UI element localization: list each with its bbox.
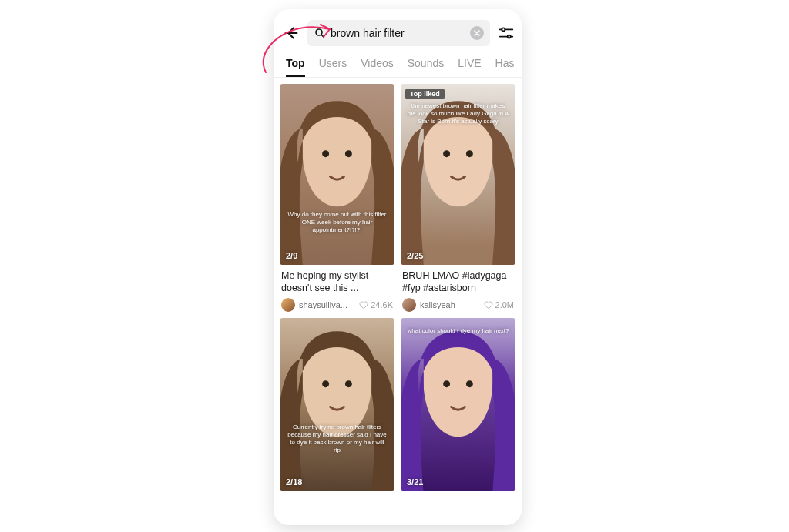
search-icon — [314, 27, 326, 39]
username: shaysulliva... — [299, 300, 347, 309]
tab-sounds[interactable]: Sounds — [408, 54, 444, 77]
video-date: 3/21 — [407, 477, 423, 487]
tab-has[interactable]: Has — [495, 54, 515, 77]
video-caption-overlay: Why do they come out with this filter ON… — [286, 211, 388, 234]
tab-top[interactable]: Top — [286, 54, 305, 77]
result-card: what color should I dye my hair next?3/2… — [401, 318, 515, 491]
video-meta-row: kailsyeah2.0M — [401, 298, 515, 312]
user-chip[interactable]: shaysulliva... — [281, 298, 347, 312]
result-card: Currently trying brown hair filters beca… — [280, 318, 394, 491]
username: kailsyeah — [420, 300, 455, 309]
search-input[interactable] — [331, 27, 465, 39]
video-date: 2/25 — [407, 251, 423, 260]
avatar — [281, 298, 295, 312]
like-count: 24.6K — [359, 300, 393, 309]
svg-point-7 — [443, 150, 450, 157]
search-header — [274, 9, 522, 54]
search-tabs: TopUsersVideosSoundsLIVEHas — [274, 54, 522, 78]
svg-point-14 — [466, 380, 473, 387]
video-meta-row: shaysulliva...24.6K — [280, 298, 394, 312]
tab-live[interactable]: LIVE — [458, 54, 481, 77]
tab-videos[interactable]: Videos — [361, 54, 394, 77]
video-thumbnail[interactable]: Top likedthe newest brown hair filter ma… — [401, 84, 515, 265]
like-count: 2.0M — [484, 300, 514, 309]
search-box[interactable] — [307, 20, 490, 46]
video-caption: Me hoping my stylist doesn't see this ..… — [281, 269, 393, 295]
tab-users[interactable]: Users — [319, 54, 347, 77]
video-date: 2/18 — [286, 477, 302, 487]
video-caption: BRUH LMAO #ladygaga #fyp #astarisborn — [402, 269, 514, 295]
user-chip[interactable]: kailsyeah — [402, 298, 455, 312]
svg-point-8 — [466, 150, 473, 157]
video-thumbnail[interactable]: what color should I dye my hair next?3/2… — [401, 318, 515, 491]
video-thumbnail[interactable]: Currently trying brown hair filters beca… — [280, 318, 394, 491]
video-caption-overlay: what color should I dye my hair next? — [407, 327, 509, 335]
avatar — [402, 298, 416, 312]
svg-point-2 — [508, 35, 511, 38]
filter-icon[interactable] — [498, 25, 515, 42]
result-card: Top likedthe newest brown hair filter ma… — [401, 84, 515, 312]
video-date: 2/9 — [286, 251, 297, 260]
svg-point-10 — [322, 380, 329, 387]
svg-point-1 — [502, 28, 505, 31]
video-caption-overlay: the newest brown hair filter makes me lo… — [407, 102, 509, 125]
video-thumbnail[interactable]: Why do they come out with this filter ON… — [280, 84, 394, 265]
svg-point-5 — [345, 150, 352, 157]
clear-search-icon[interactable] — [470, 26, 484, 40]
svg-point-4 — [322, 150, 329, 157]
heart-icon — [359, 300, 368, 309]
phone-frame: TopUsersVideosSoundsLIVEHas Why do they … — [274, 9, 522, 525]
result-card: Why do they come out with this filter ON… — [280, 84, 394, 312]
svg-point-11 — [345, 380, 352, 387]
top-liked-badge: Top liked — [405, 89, 445, 99]
video-caption-overlay: Currently trying brown hair filters beca… — [286, 423, 388, 454]
svg-point-13 — [443, 380, 450, 387]
heart-icon — [484, 300, 493, 309]
back-icon[interactable] — [283, 25, 300, 42]
results-grid: Why do they come out with this filter ON… — [274, 78, 522, 525]
